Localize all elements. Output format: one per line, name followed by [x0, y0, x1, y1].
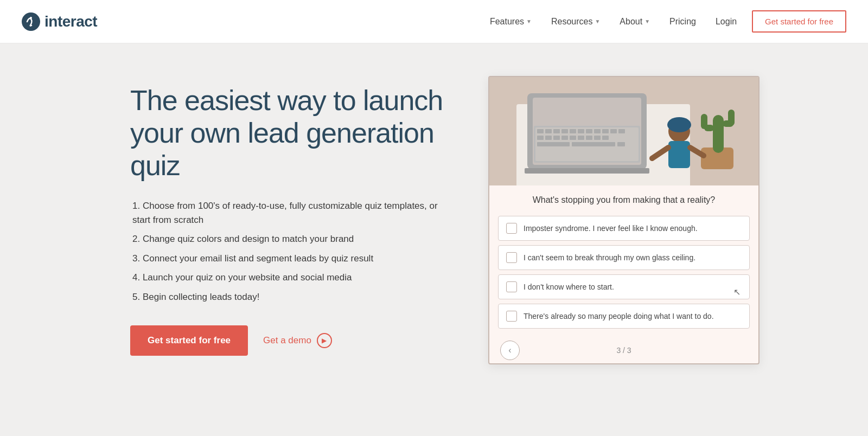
svg-rect-21 — [553, 136, 560, 140]
quiz-option-2[interactable]: I can't seem to break through my own gla… — [498, 245, 750, 270]
svg-rect-19 — [537, 136, 544, 140]
quiz-back-button[interactable]: ‹ — [500, 341, 520, 360]
svg-rect-15 — [594, 129, 601, 133]
quiz-option-text-3: I don't know where to start. — [524, 283, 614, 291]
checkbox-2[interactable] — [506, 252, 517, 263]
quiz-pagination: 3 / 3 — [616, 346, 631, 355]
quiz-preview: What's stopping you from making that a r… — [488, 76, 760, 364]
svg-rect-13 — [578, 129, 584, 133]
chevron-down-icon: ▼ — [644, 18, 650, 24]
quiz-question: What's stopping you from making that a r… — [489, 185, 758, 211]
list-item: 4. Launch your quiz on your website and … — [130, 271, 445, 285]
quiz-option-3[interactable]: I don't know where to start. ↖ — [498, 274, 750, 299]
nav-about[interactable]: About ▼ — [611, 12, 659, 31]
hero-cta-button[interactable]: Get started for free — [130, 325, 248, 356]
nav-pricing[interactable]: Pricing — [661, 12, 705, 31]
svg-rect-18 — [618, 129, 625, 133]
svg-point-1 — [30, 17, 32, 19]
nav-login[interactable]: Login — [707, 12, 745, 31]
svg-rect-25 — [586, 136, 592, 140]
demo-link[interactable]: Get a demo ▶ — [263, 333, 332, 348]
hero-section: The easiest way to launch your own lead … — [0, 43, 868, 397]
nav-features[interactable]: Features ▼ — [481, 12, 540, 31]
quiz-option-text-2: I can't seem to break through my own gla… — [524, 253, 695, 262]
list-item: 5. Begin collecting leads today! — [130, 290, 445, 304]
quiz-option-1[interactable]: Imposter syndrome. I never feel like I k… — [498, 216, 750, 241]
svg-rect-40 — [668, 141, 690, 168]
svg-point-39 — [667, 117, 691, 132]
svg-rect-30 — [617, 142, 625, 146]
svg-point-0 — [22, 12, 40, 31]
svg-rect-10 — [553, 129, 560, 133]
list-item: 1. Choose from 100's of ready-to-use, fu… — [130, 199, 445, 227]
brand-name: interact — [44, 13, 97, 30]
svg-rect-37 — [728, 110, 735, 126]
hero-buttons: Get started for free Get a demo ▶ — [130, 325, 445, 356]
svg-rect-23 — [570, 136, 576, 140]
svg-rect-24 — [578, 136, 584, 140]
quiz-image — [489, 77, 758, 185]
nav-cta-button[interactable]: Get started for free — [752, 10, 846, 33]
main-nav: Features ▼ Resources ▼ About ▼ Pricing L… — [481, 10, 846, 33]
nav-resources[interactable]: Resources ▼ — [542, 12, 609, 31]
list-item: 3. Connect your email list and segment l… — [130, 252, 445, 266]
svg-rect-35 — [701, 114, 707, 129]
svg-rect-26 — [594, 136, 601, 140]
svg-rect-20 — [545, 136, 552, 140]
list-item: 2. Change quiz colors and design to matc… — [130, 232, 445, 246]
checkbox-3[interactable] — [506, 281, 517, 292]
svg-rect-8 — [537, 129, 544, 133]
hero-right: What's stopping you from making that a r… — [488, 76, 760, 364]
svg-rect-11 — [561, 129, 568, 133]
chevron-down-icon: ▼ — [595, 18, 600, 24]
svg-rect-28 — [537, 142, 570, 146]
play-icon: ▶ — [317, 333, 332, 348]
svg-rect-17 — [610, 129, 617, 133]
svg-rect-22 — [561, 136, 568, 140]
quiz-scene-svg — [489, 77, 758, 185]
hero-list: 1. Choose from 100's of ready-to-use, fu… — [130, 199, 445, 304]
quiz-option-4[interactable]: There's already so many people doing wha… — [498, 304, 750, 329]
svg-rect-27 — [602, 136, 609, 140]
quiz-option-text-1: Imposter syndrome. I never feel like I k… — [524, 224, 698, 233]
svg-rect-33 — [713, 115, 724, 153]
svg-rect-31 — [525, 168, 649, 174]
svg-rect-12 — [570, 129, 576, 133]
hero-title: The easiest way to launch your own lead … — [130, 85, 445, 182]
checkbox-4[interactable] — [506, 311, 517, 322]
logo-link[interactable]: interact — [22, 12, 97, 31]
hero-left: The easiest way to launch your own lead … — [130, 85, 445, 356]
svg-rect-29 — [572, 142, 615, 146]
header: interact Features ▼ Resources ▼ About ▼ … — [0, 0, 868, 43]
checkbox-1[interactable] — [506, 223, 517, 234]
quiz-options: Imposter syndrome. I never feel like I k… — [489, 211, 758, 339]
svg-rect-9 — [545, 129, 552, 133]
logo-icon — [22, 12, 40, 31]
svg-rect-14 — [586, 129, 592, 133]
quiz-footer: ‹ 3 / 3 — [489, 339, 758, 363]
quiz-option-text-4: There's already so many people doing wha… — [524, 312, 714, 320]
chevron-down-icon: ▼ — [526, 18, 532, 24]
svg-rect-16 — [602, 129, 609, 133]
